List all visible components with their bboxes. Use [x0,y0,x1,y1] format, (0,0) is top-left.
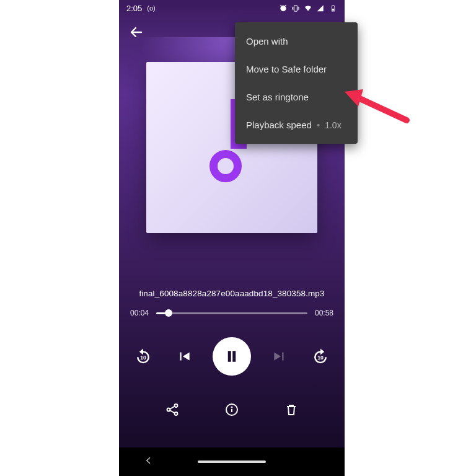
nav-home-pill[interactable] [198,461,266,464]
back-button[interactable] [126,22,146,42]
menu-set-ringtone[interactable]: Set as ringtone [235,83,358,111]
previous-button[interactable] [172,344,196,369]
delete-button[interactable] [282,400,301,419]
nav-back-icon[interactable] [144,456,154,468]
status-bar: 2:05 (o) [119,0,345,16]
status-left-indicator: (o) [147,4,155,12]
signal-icon [316,4,325,12]
menu-set-ringtone-label: Set as ringtone [246,92,309,102]
svg-marker-10 [345,89,363,107]
svg-line-9 [356,97,407,120]
status-time: 2:05 [126,4,142,13]
svg-rect-0 [332,8,334,10]
total-time: 00:58 [315,309,333,317]
elapsed-time: 00:04 [130,309,149,317]
wifi-icon [304,4,312,12]
system-nav-bar [119,447,345,476]
pause-button[interactable] [213,337,251,376]
bottom-actions [119,400,345,419]
rewind-10-button[interactable]: 10 [131,344,156,369]
menu-playback-speed-label: Playback speed [246,120,312,130]
svg-text:10: 10 [140,355,146,361]
track-filename: final_6008a8828a287e00aaadbd18_380358.mp… [119,289,345,298]
vibrate-icon [291,4,300,12]
info-button[interactable] [223,400,241,419]
next-button[interactable] [267,344,292,369]
status-left: 2:05 (o) [126,4,156,13]
menu-playback-speed-value: 1.0x [325,120,341,130]
battery-icon [328,4,337,12]
menu-move-safe-label: Move to Safe folder [246,64,327,74]
seek-thumb[interactable] [165,309,172,317]
status-right [279,4,337,12]
overflow-menu: Open with Move to Safe folder Set as rin… [235,22,358,144]
transport-controls: 10 10 [119,337,345,376]
svg-rect-1 [332,5,333,6]
svg-text:10: 10 [317,355,324,361]
menu-playback-speed[interactable]: Playback speed • 1.0x [235,111,358,139]
annotation-arrow-icon [345,89,413,129]
seek-track[interactable] [156,312,307,314]
menu-open-with-label: Open with [246,36,288,46]
share-button[interactable] [163,400,182,419]
menu-open-with[interactable]: Open with [235,27,358,55]
forward-10-button[interactable]: 10 [308,344,333,369]
seek-bar-row: 00:04 00:58 [130,309,333,317]
menu-separator-dot: • [317,120,320,130]
alarm-icon [279,4,288,12]
menu-move-safe-folder[interactable]: Move to Safe folder [235,55,358,83]
music-note-icon [209,150,242,182]
svg-point-8 [232,407,232,408]
